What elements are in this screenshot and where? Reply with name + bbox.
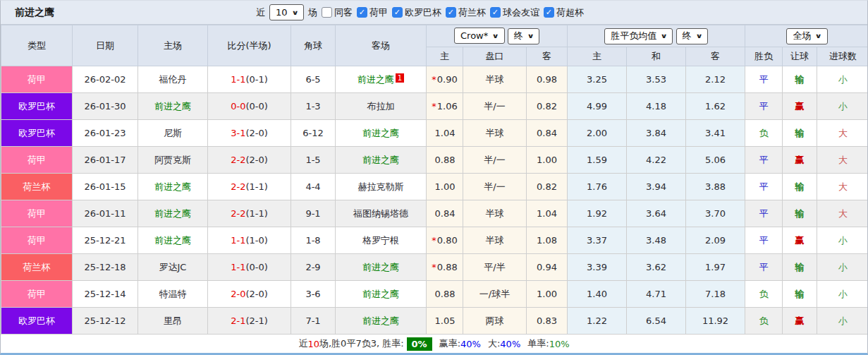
avg-draw-odds-cell: 3.64 bbox=[627, 200, 686, 227]
avg-away-odds-cell: 3.41 bbox=[686, 120, 745, 147]
subcol-result-wdl: 胜负 bbox=[745, 47, 783, 66]
ah-away-odds-cell: 1.00 bbox=[527, 281, 568, 308]
checkbox-icon: ✓ bbox=[392, 7, 403, 18]
league-cell: 荷甲 bbox=[1, 147, 73, 174]
avg-draw-odds-cell: 4.18 bbox=[627, 93, 686, 120]
result-goals-cell: 大 bbox=[817, 174, 868, 200]
handicap-line-cell: 两球 bbox=[463, 308, 527, 335]
avg-away-odds-cell: 3.70 bbox=[686, 200, 745, 227]
home-team-cell: 前进之鹰 bbox=[138, 200, 208, 227]
summary-segment: 40% bbox=[500, 339, 520, 349]
result-handicap-cell: 输 bbox=[783, 200, 817, 227]
odds-time-select[interactable]: 终 ∨ bbox=[676, 28, 708, 44]
halftime-score: (2-1) bbox=[245, 315, 267, 326]
page-title: 前进之鹰 bbox=[15, 6, 54, 19]
checkbox-icon: ✓ bbox=[490, 7, 501, 18]
chevron-down-icon: ∨ bbox=[492, 32, 499, 40]
result-handicap-cell: 输 bbox=[783, 254, 817, 281]
checkbox-icon: ✓ bbox=[544, 7, 554, 18]
result-handicap-cell: 输 bbox=[783, 174, 817, 200]
date-cell: 26-01-11 bbox=[73, 200, 138, 227]
ah-home-odds-cell: 1.05 bbox=[427, 308, 463, 335]
avg-draw-odds-cell: 3.84 bbox=[627, 120, 686, 147]
subcol-result-goals: 进球数 bbox=[817, 47, 868, 66]
league-cell: 欧罗巴杯 bbox=[1, 120, 73, 147]
away-team-cell: 前进之鹰 bbox=[336, 281, 427, 308]
corners-cell: 6-5 bbox=[291, 66, 336, 93]
away-team-name: 福图纳锡塔德 bbox=[353, 208, 408, 219]
score-cell: 2-2(2-0) bbox=[208, 147, 291, 174]
filter-checkbox[interactable]: ✓ 荷甲 bbox=[357, 6, 388, 19]
result-goals-cell: 小 bbox=[817, 281, 868, 308]
top-bar: 前进之鹰 近 10 ∨ 场 ✓ 同客 ✓ 荷甲 ✓ 欧罗巴杯 ✓ 荷兰杯 bbox=[1, 1, 867, 25]
avg-draw-odds-cell: 3.62 bbox=[627, 254, 686, 281]
avg-away-odds-cell: 11.92 bbox=[686, 308, 745, 335]
match-stats-panel: 前进之鹰 近 10 ∨ 场 ✓ 同客 ✓ 荷甲 ✓ 欧罗巴杯 ✓ 荷兰杯 bbox=[0, 0, 868, 355]
away-team-cell: 布拉加 bbox=[336, 93, 427, 120]
score-cell: 2-1(2-1) bbox=[208, 308, 291, 335]
result-handicap-cell: 输 bbox=[783, 281, 817, 308]
handicap-star: * bbox=[432, 235, 436, 246]
avg-home-odds-cell: 2.00 bbox=[568, 120, 627, 147]
score-cell: 2-0(2-0) bbox=[208, 281, 291, 308]
corners-cell: 7-1 bbox=[291, 308, 336, 335]
avg-draw-odds-cell: 3.48 bbox=[627, 227, 686, 254]
col-header-away: 客场 bbox=[336, 25, 427, 66]
halftime-score: (1-0) bbox=[245, 235, 267, 246]
league-cell: 欧罗巴杯 bbox=[1, 308, 73, 335]
corners-cell: 9-1 bbox=[291, 200, 336, 227]
result-goals-cell: 小 bbox=[817, 308, 868, 335]
away-team-cell: 赫拉克勒斯 bbox=[336, 174, 427, 200]
halftime-score: (2-0) bbox=[245, 289, 267, 299]
league-cell: 荷甲 bbox=[1, 281, 73, 308]
table-row: 荷甲 26-01-17 阿贾克斯 2-2(2-0) 1-5 前进之鹰 0.88 … bbox=[1, 147, 868, 174]
avg-home-odds-cell: 1.92 bbox=[568, 200, 627, 227]
handicap-star: * bbox=[432, 262, 436, 272]
ah-away-odds-cell: 1.08 bbox=[527, 227, 568, 254]
near-label: 近 bbox=[256, 6, 265, 19]
summary-segment: 大: bbox=[488, 337, 500, 350]
scope-select[interactable]: 全场 ∨ bbox=[786, 28, 827, 44]
filter-checkbox[interactable]: ✓ 欧罗巴杯 bbox=[392, 6, 441, 19]
league-cell: 荷甲 bbox=[1, 66, 73, 93]
ah-away-odds-cell: 0.82 bbox=[527, 174, 568, 200]
summary-bar: 近10场,胜0平7负3, 胜率:0%赢率:40%大:40%单率:10% bbox=[1, 335, 867, 353]
away-team-badge: 1 bbox=[396, 73, 404, 83]
handicap-time-select[interactable]: 终 ∨ bbox=[508, 28, 539, 44]
date-cell: 25-12-18 bbox=[73, 254, 138, 281]
halftime-score: (2-0) bbox=[245, 128, 267, 138]
filter-checkbox[interactable]: ✓ 荷超杯 bbox=[544, 6, 584, 19]
fulltime-score: 1-1 bbox=[231, 74, 245, 85]
ah-away-odds-cell: 0.83 bbox=[527, 308, 568, 335]
summary-segment: 10% bbox=[549, 339, 570, 349]
col-header-home: 主场 bbox=[138, 25, 208, 66]
col-header-corners: 角球 bbox=[291, 25, 336, 66]
table-row: 欧罗巴杯 25-12-12 里昂 2-1(2-1) 7-1 前进之鹰 1.05 … bbox=[1, 308, 868, 335]
subcol-avg-draw: 和 bbox=[627, 47, 686, 66]
away-team-name: 布拉加 bbox=[367, 101, 395, 112]
result-goals-cell: 小 bbox=[817, 227, 868, 254]
fulltime-score: 1-1 bbox=[231, 235, 245, 246]
odds-type-select[interactable]: 胜平负均值 ∨ bbox=[604, 28, 673, 44]
filter-checkbox[interactable]: ✓ 荷兰杯 bbox=[446, 6, 486, 19]
date-cell: 26-02-02 bbox=[73, 66, 138, 93]
ah-home-odds-cell: 0.88 bbox=[427, 147, 463, 174]
league-cell: 荷甲 bbox=[1, 227, 73, 254]
corners-cell: 3-6 bbox=[291, 281, 336, 308]
fulltime-score: 0-0 bbox=[231, 101, 245, 112]
filter-checkbox[interactable]: ✓ 同客 bbox=[322, 6, 353, 19]
away-team-name: 前进之鹰 bbox=[362, 128, 399, 138]
result-goals-cell: 大 bbox=[817, 147, 868, 174]
avg-away-odds-cell: 1.62 bbox=[686, 93, 745, 120]
ah-away-odds-cell: 0.82 bbox=[527, 93, 568, 120]
away-team-name: 赫拉克勒斯 bbox=[358, 181, 404, 192]
filter-controls: 近 10 ∨ 场 ✓ 同客 ✓ 荷甲 ✓ 欧罗巴杯 ✓ 荷兰杯 ✓ 球会友谊 bbox=[256, 4, 584, 20]
date-cell: 26-01-23 bbox=[73, 120, 138, 147]
recent-count-select[interactable]: 10 ∨ bbox=[269, 4, 304, 20]
odds-group-header: 胜平负均值 ∨ 终 ∨ bbox=[568, 25, 745, 47]
filter-checkbox[interactable]: ✓ 球会友谊 bbox=[490, 6, 539, 19]
corners-cell: 2-9 bbox=[291, 254, 336, 281]
bookmaker-select[interactable]: Crow* ∨ bbox=[454, 28, 505, 44]
summary-segment: 40% bbox=[460, 339, 481, 349]
result-wdl-cell: 平 bbox=[745, 147, 783, 174]
